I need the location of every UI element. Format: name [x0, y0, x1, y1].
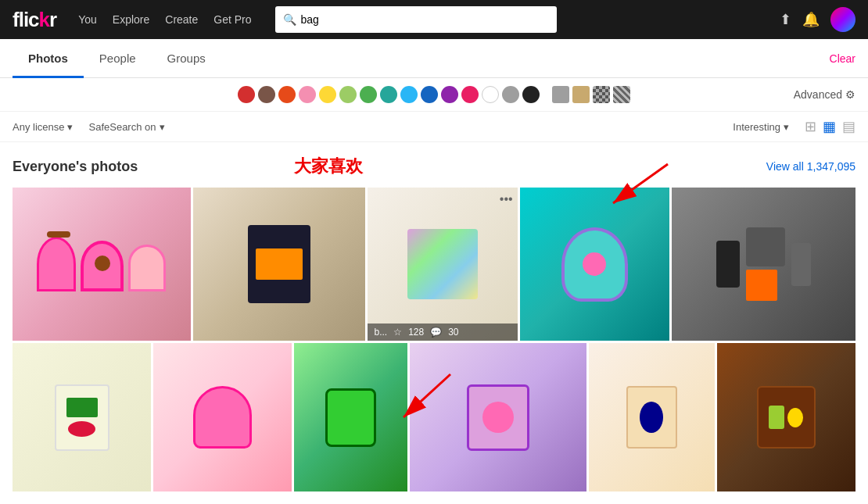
annotation-popular: 大家喜欢 [294, 156, 363, 176]
license-chevron: ▾ [67, 121, 73, 133]
color-swatch-green[interactable] [360, 86, 377, 103]
photo-favorites: 128 [408, 327, 424, 338]
color-swatch-red[interactable] [238, 86, 255, 103]
photo-11[interactable] [717, 343, 855, 491]
clear-button[interactable]: Clear [830, 52, 855, 65]
nav-get-pro[interactable]: Get Pro [213, 13, 251, 26]
tab-groups[interactable]: Groups [152, 39, 221, 78]
color-swatch-pink[interactable] [299, 86, 316, 103]
view-all-link[interactable]: View all 1,347,095 [766, 160, 855, 173]
photo-10[interactable] [589, 343, 715, 491]
tab-people[interactable]: People [84, 39, 152, 78]
safesearch-label: SafeSearch on [88, 121, 156, 133]
upload-icon[interactable]: ⬆ [780, 11, 791, 28]
star-icon: ☆ [393, 327, 402, 338]
photo-3[interactable]: ••• b... ☆ 128 💬 30 [368, 188, 517, 341]
nav-create[interactable]: Create [165, 13, 198, 26]
view-grid-tight[interactable]: ▦ [823, 118, 836, 135]
avatar[interactable] [830, 7, 855, 32]
photo-2[interactable] [193, 188, 366, 341]
sort-label: Interesting [733, 121, 780, 133]
safesearch-dropdown[interactable]: SafeSearch on ▾ [88, 121, 164, 133]
notifications-icon[interactable]: 🔔 [802, 11, 820, 28]
color-swatch-brown[interactable] [258, 86, 275, 103]
color-swatch-cyan[interactable] [400, 86, 418, 103]
photo-8[interactable] [294, 343, 407, 491]
photo-overlay: b... ☆ 128 💬 30 [368, 323, 517, 341]
color-swatch-gray[interactable] [502, 86, 519, 103]
nav-you[interactable]: You [78, 13, 97, 26]
color-filters-row: Advanced ⚙ [0, 78, 868, 112]
search-icon: 🔍 [283, 13, 296, 26]
color-swatch-lime[interactable] [339, 86, 357, 103]
color-swatch-blue[interactable] [421, 86, 438, 103]
color-swatch-purple[interactable] [441, 86, 458, 103]
color-swatch-magenta[interactable] [461, 86, 479, 103]
safesearch-chevron: ▾ [160, 121, 165, 133]
comment-icon: 💬 [430, 327, 442, 338]
color-swatch-white[interactable] [482, 86, 499, 103]
color-swatch-teal[interactable] [380, 86, 397, 103]
advanced-button[interactable]: Advanced ⚙ [794, 88, 855, 101]
section-header: Everyone's photos 大家喜欢 View all 1,347,09… [13, 155, 855, 178]
photo-4[interactable] [520, 188, 669, 341]
sort-chevron: ▾ [784, 121, 789, 133]
advanced-label: Advanced [794, 88, 842, 101]
flickr-logo[interactable]: flickr [13, 8, 56, 32]
photo-author: b... [374, 327, 387, 338]
sort-row: Any license ▾ SafeSearch on ▾ Interestin… [0, 112, 868, 142]
photo-5[interactable] [672, 188, 855, 341]
color-swatch-diagonal[interactable] [613, 86, 630, 103]
photo-comments: 30 [448, 327, 458, 338]
color-swatch-checkered[interactable] [593, 86, 610, 103]
view-grid-loose[interactable]: ⊞ [805, 118, 816, 135]
sort-dropdown[interactable]: Interesting ▾ [733, 121, 789, 133]
search-bar[interactable]: 🔍 [275, 6, 557, 33]
view-list[interactable]: ▤ [842, 118, 855, 135]
license-dropdown[interactable]: Any license ▾ [13, 121, 73, 133]
photo-6[interactable] [13, 343, 151, 491]
color-swatch-yellow[interactable] [319, 86, 336, 103]
nav-explore[interactable]: Explore [113, 13, 149, 26]
color-swatch-orange[interactable] [278, 86, 296, 103]
photo-menu-icon[interactable]: ••• [500, 192, 513, 206]
photo-9[interactable]: 评论 喜欢数 [410, 343, 586, 491]
section-title: Everyone's photos [13, 159, 138, 175]
nav-right-icons: ⬆ 🔔 [780, 7, 855, 32]
tabs-row: Photos People Groups Clear [0, 39, 868, 78]
search-input[interactable] [301, 13, 549, 26]
top-navigation: flickr You Explore Create Get Pro 🔍 ⬆ 🔔 [0, 0, 868, 39]
tab-photos[interactable]: Photos [13, 39, 84, 78]
photo-7[interactable] [153, 343, 292, 491]
main-content: Everyone's photos 大家喜欢 View all 1,347,09… [0, 142, 868, 504]
color-swatch-black[interactable] [522, 86, 540, 103]
color-swatch-tan[interactable] [572, 86, 590, 103]
advanced-icon: ⚙ [845, 88, 855, 101]
color-swatch-gray-solid[interactable] [552, 86, 569, 103]
view-toggle: Interesting ▾ ⊞ ▦ ▤ [733, 118, 855, 135]
license-label: Any license [13, 121, 64, 133]
photo-1[interactable] [13, 188, 191, 341]
